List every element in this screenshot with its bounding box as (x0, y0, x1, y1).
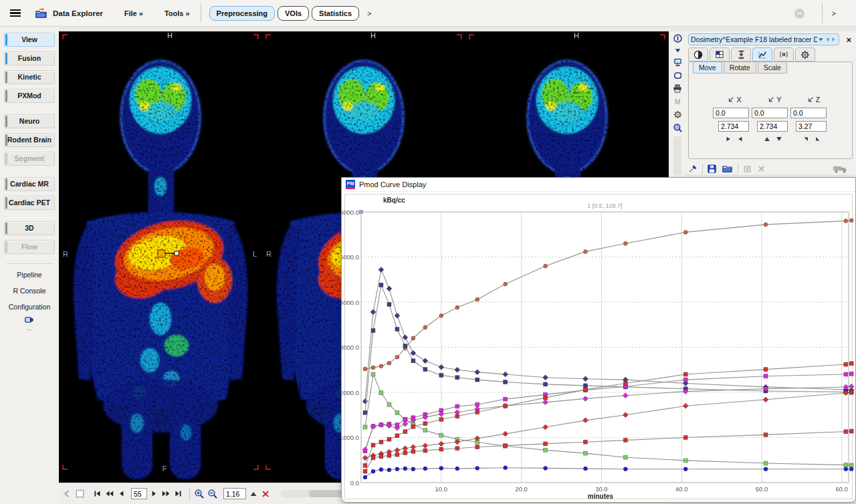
next-slice-button[interactable] (150, 489, 158, 498)
monitor-icon[interactable] (673, 57, 683, 68)
sidebar-item-label: Cardiac PET (9, 199, 50, 207)
previous-dataset-icon[interactable] (825, 36, 831, 43)
tool-tab-motion-icon[interactable] (774, 47, 794, 61)
sidebar-item-label: Fusion (18, 54, 41, 62)
sidebar-item-fusion[interactable]: Fusion (4, 51, 55, 66)
x-offset-input[interactable] (713, 108, 749, 118)
sidebar-item-cardiac-mr[interactable]: Cardiac MR (4, 177, 55, 191)
data-explorer-icon[interactable] (35, 8, 47, 19)
y-step-input[interactable] (757, 121, 788, 132)
tool-tab-contrast-icon[interactable] (688, 47, 708, 61)
layout-box-icon[interactable] (75, 489, 85, 499)
gear-icon[interactable] (673, 110, 683, 120)
undo-view-icon[interactable] (62, 489, 72, 499)
toolbar-divider (201, 4, 201, 23)
slice-number-input[interactable] (131, 488, 147, 499)
sidebar-item-cardiac-pet[interactable]: Cardiac PET (4, 196, 55, 210)
sidebar-link-configuration[interactable]: Configuration (0, 303, 59, 311)
minimize-icon[interactable] (794, 9, 805, 19)
fast-next-slice-button[interactable] (161, 489, 171, 498)
transform-tab-move[interactable]: Move (693, 61, 722, 74)
right-overflow-chevron[interactable]: > (832, 9, 836, 17)
sidebar-link-r-console[interactable]: R Console (0, 287, 59, 295)
y-offset-input[interactable] (752, 108, 788, 118)
accent-bar (5, 178, 7, 190)
zoom-search-icon[interactable] (673, 123, 683, 133)
sidebar-item-label: 3D (25, 224, 33, 232)
z-minus-button[interactable] (815, 136, 821, 142)
x-plus-button[interactable] (725, 136, 732, 142)
sidebar-item-neuro[interactable]: Neuro (4, 114, 55, 128)
tab-vois[interactable]: VOIs (278, 6, 309, 21)
save-icon[interactable] (707, 164, 717, 174)
printer-icon[interactable] (672, 84, 683, 94)
sidebar-item-rodent-brain[interactable]: Rodent Brain (4, 133, 55, 147)
toolbar-overflow-chevron[interactable]: > (367, 9, 371, 17)
svg-text:1000.0: 1000.0 (342, 434, 359, 441)
accent-bar (5, 153, 7, 164)
svg-text:0.0: 0.0 (350, 479, 359, 487)
tool-tab-curves-icon[interactable] (752, 47, 772, 61)
sidebar-item-view[interactable]: View (4, 33, 55, 47)
dataset-dropdown[interactable]: Dosimetry^Example F18 labeled tracer D (688, 33, 839, 45)
sidebar-item-pxmod[interactable]: PXMod (4, 89, 55, 103)
menu-file[interactable]: File » (124, 9, 143, 17)
z-step-input[interactable] (796, 121, 827, 132)
z-axis-label: Z (793, 96, 833, 104)
last-slice-button[interactable] (174, 489, 183, 498)
zoom-factor-input[interactable] (223, 488, 246, 499)
hamburger-menu-icon[interactable] (10, 9, 21, 17)
info-icon[interactable] (673, 33, 683, 43)
reset-zoom-icon[interactable] (261, 489, 270, 499)
window-title: Pmod Curve Display (359, 180, 426, 188)
fast-previous-slice-button[interactable] (104, 489, 114, 498)
arrow-down-icon[interactable] (673, 47, 682, 54)
pmod-curve-display-window[interactable]: PM Pmod Curve Display 0.01000.02000.0300… (341, 177, 856, 503)
axis-icon (807, 96, 815, 104)
transform-tab-scale[interactable]: Scale (758, 61, 787, 74)
sidebar-link-pipeline[interactable]: Pipeline (0, 271, 59, 279)
y-minus-button[interactable] (776, 136, 782, 142)
next-dataset-icon[interactable] (831, 36, 837, 43)
dataset-dropdown-value: Dosimetry^Example F18 labeled tracer D (691, 35, 817, 43)
capture-icon (742, 164, 752, 174)
z-plus-button[interactable] (802, 136, 809, 142)
tab-statistics[interactable]: Statistics (312, 6, 359, 21)
sidebar-item-label: Rodent Brain (7, 136, 51, 144)
time-activity-chart[interactable]: 0.01000.02000.03000.04000.05000.06000.01… (342, 178, 856, 503)
orientation-label-right: R (63, 250, 68, 258)
sidebar-item-3d[interactable]: 3D (4, 221, 55, 235)
zoom-out-icon[interactable] (207, 489, 218, 499)
rail-scrollbar[interactable] (673, 136, 681, 174)
pet-panel-1[interactable]: H R L F (63, 31, 258, 479)
accent-bar (5, 90, 7, 102)
y-plus-button[interactable] (764, 136, 770, 142)
first-slice-button[interactable] (93, 489, 102, 498)
tool-tab-bar (688, 47, 817, 61)
zoom-step-button[interactable] (249, 489, 258, 499)
roi-rect-icon[interactable] (673, 71, 683, 80)
close-dataset-icon[interactable]: × (843, 35, 854, 45)
svg-text:50.0: 50.0 (756, 485, 768, 493)
tool-tab-settings-icon[interactable] (795, 47, 815, 61)
sidebar-item-kinetic[interactable]: Kinetic (4, 70, 55, 84)
pin-icon[interactable] (688, 164, 698, 174)
tool-tab-layout-icon[interactable] (710, 47, 730, 61)
z-offset-input[interactable] (790, 108, 827, 118)
sidebar-item-label: Neuro (19, 117, 39, 125)
y-axis-label: Y (754, 96, 794, 104)
zoom-in-icon[interactable] (194, 489, 205, 499)
tab-preprocessing[interactable]: Preprocessing (209, 6, 275, 21)
x-step-input[interactable] (718, 121, 749, 132)
window-titlebar[interactable]: PM Pmod Curve Display (342, 178, 855, 192)
module-sidebar: ViewFusionKineticPXModNeuroRodent BrainS… (0, 27, 59, 504)
transform-tab-rotate[interactable]: Rotate (724, 61, 756, 74)
orientation-label-right: R (266, 250, 272, 258)
previous-slice-button[interactable] (117, 489, 126, 498)
load-icon[interactable] (722, 164, 733, 174)
sidebar-item-flow: Flow (4, 240, 55, 254)
chevron-down-icon[interactable] (817, 36, 825, 43)
tool-tab-reslice-icon[interactable] (731, 47, 751, 61)
x-minus-button[interactable] (737, 136, 744, 142)
menu-tools[interactable]: Tools » (165, 9, 190, 17)
